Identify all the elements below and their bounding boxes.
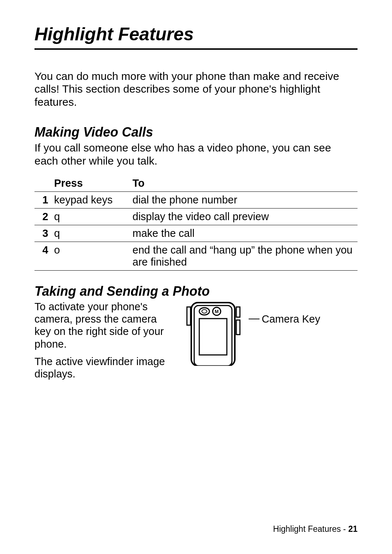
photo-text: To activate your phone's camera, press t… bbox=[34, 300, 172, 385]
to-cell: display the video call preview bbox=[130, 208, 358, 225]
step-number: 2 bbox=[34, 208, 51, 225]
step-number: 4 bbox=[34, 242, 51, 270]
svg-point-3 bbox=[202, 310, 207, 313]
svg-rect-9 bbox=[187, 307, 191, 325]
press-cell: q bbox=[51, 225, 130, 242]
page-title: Highlight Features bbox=[34, 24, 358, 45]
press-cell: keypad keys bbox=[51, 191, 130, 208]
phone-figure: M Camera Key bbox=[183, 300, 320, 366]
table-header-blank bbox=[34, 176, 51, 192]
table-row: 3 q make the call bbox=[34, 225, 358, 242]
step-number: 1 bbox=[34, 191, 51, 208]
svg-text:M: M bbox=[215, 309, 219, 314]
section-heading-photo: Taking and Sending a Photo bbox=[34, 284, 358, 299]
svg-rect-8 bbox=[236, 320, 240, 335]
table-header-to: To bbox=[130, 176, 358, 192]
intro-paragraph: You can do much more with your phone tha… bbox=[34, 70, 358, 108]
footer-page-number: 21 bbox=[348, 524, 358, 534]
camera-key-callout: Camera Key bbox=[249, 313, 320, 325]
table-header-press: Press bbox=[51, 176, 130, 192]
title-rule bbox=[34, 48, 358, 50]
callout-line bbox=[249, 319, 260, 319]
document-page: Highlight Features You can do much more … bbox=[0, 0, 392, 554]
table-row: 4 o end the call and “hang up” the phone… bbox=[34, 242, 358, 270]
to-cell: dial the phone number bbox=[130, 191, 358, 208]
press-cell: q bbox=[51, 208, 130, 225]
photo-block: To activate your phone's camera, press t… bbox=[34, 300, 358, 385]
table-row: 2 q display the video call preview bbox=[34, 208, 358, 225]
press-cell: o bbox=[51, 242, 130, 270]
svg-rect-7 bbox=[236, 307, 240, 317]
callout-label: Camera Key bbox=[262, 313, 320, 325]
photo-para-2: The active viewfinder image displays. bbox=[34, 355, 172, 380]
photo-para-1: To activate your phone's camera, press t… bbox=[34, 300, 172, 350]
page-footer: Highlight Features - 21 bbox=[273, 524, 358, 534]
press-to-table: Press To 1 keypad keys dial the phone nu… bbox=[34, 176, 358, 271]
section-intro-video-calls: If you call someone else who has a video… bbox=[34, 141, 358, 167]
footer-section: Highlight Features bbox=[273, 524, 341, 534]
section-heading-video-calls: Making Video Calls bbox=[34, 125, 358, 140]
phone-icon: M bbox=[183, 300, 249, 366]
footer-sep: - bbox=[341, 524, 348, 534]
svg-rect-6 bbox=[199, 319, 227, 355]
to-cell: end the call and “hang up” the phone whe… bbox=[130, 242, 358, 270]
step-number: 3 bbox=[34, 225, 51, 242]
table-row: 1 keypad keys dial the phone number bbox=[34, 191, 358, 208]
to-cell: make the call bbox=[130, 225, 358, 242]
